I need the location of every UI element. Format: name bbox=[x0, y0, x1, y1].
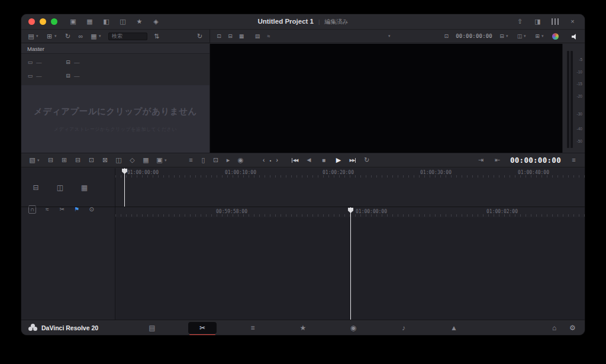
sync-bin-icon[interactable]: ◫ bbox=[56, 183, 64, 192]
chevron-down-icon[interactable]: ▾ bbox=[506, 34, 510, 38]
zoom-menu-icon[interactable]: ⊞ bbox=[534, 32, 540, 40]
export-share-icon[interactable]: ⇧ bbox=[516, 18, 524, 26]
minimize-window-button[interactable] bbox=[40, 18, 46, 25]
link-clips-icon[interactable]: ∞ bbox=[77, 32, 85, 40]
media-pool-panel-icon[interactable]: ▣ bbox=[69, 18, 77, 26]
upper-timeline-ruler[interactable]: 01:00:00:00 01:00:10:00 01:00:20:00 01:0… bbox=[115, 168, 585, 178]
search-input[interactable] bbox=[108, 33, 147, 40]
add-bin-icon[interactable]: ⊞ bbox=[46, 32, 53, 40]
page-tab-color[interactable]: ◉ bbox=[339, 322, 368, 334]
timeline-timecode[interactable]: 00:00:00:00 bbox=[510, 156, 561, 165]
source-overwrite-icon[interactable]: ◫ bbox=[115, 156, 123, 165]
chevron-down-icon[interactable]: ▾ bbox=[36, 34, 40, 38]
page-tab-deliver[interactable]: ▲ bbox=[440, 322, 468, 334]
source-tape-icon[interactable]: ⊟ bbox=[227, 32, 233, 40]
source-tape-view-icon[interactable]: ⊟ bbox=[32, 183, 40, 192]
timeline-view-tools: ⊟ ◫ ▦ bbox=[21, 168, 115, 192]
page-tab-edit[interactable]: ≡ bbox=[238, 322, 267, 334]
page-tab-fairlight[interactable]: ♪ bbox=[389, 322, 418, 334]
settings-gear-icon[interactable]: ⚙ bbox=[569, 324, 576, 332]
fusion-page-icon: ★ bbox=[299, 324, 307, 332]
sync-clips-icon[interactable]: ↻ bbox=[64, 32, 72, 40]
film-strip-icon[interactable]: ▤ bbox=[254, 32, 260, 40]
project-title: Untitled Project 1 bbox=[257, 18, 314, 25]
metadata-panel-icon[interactable]: ◫ bbox=[119, 18, 127, 26]
chevron-down-icon[interactable]: ▾ bbox=[99, 34, 103, 38]
color-wheel-icon[interactable] bbox=[552, 33, 559, 40]
ruler-tick: 00:59:58:00 bbox=[216, 209, 247, 214]
home-icon[interactable]: ⌂ bbox=[550, 324, 558, 332]
layout-presets-icon[interactable]: ◨ bbox=[534, 18, 541, 26]
zoom-window-button[interactable] bbox=[51, 18, 57, 25]
bin-list-view-icon[interactable]: ▤ bbox=[27, 32, 35, 40]
source-clip-icon[interactable]: ⊡ bbox=[216, 32, 222, 40]
quick-settings-icon[interactable]: × bbox=[569, 18, 576, 26]
clip-options-icon[interactable]: ▧ bbox=[28, 156, 36, 165]
timeline-view-icon[interactable]: ▦ bbox=[238, 32, 244, 40]
meta-duration-value: — bbox=[74, 59, 80, 66]
page-tab-media[interactable]: ▤ bbox=[138, 322, 166, 334]
previous-edit-icon[interactable]: ‹ bbox=[263, 157, 265, 163]
append-icon[interactable]: ⊞ bbox=[60, 156, 68, 165]
effects-icon[interactable]: ▦ bbox=[142, 156, 150, 165]
empty-state-hint: メディアストレージからクリップを追加してください bbox=[54, 126, 177, 133]
play-around-icon[interactable]: ● bbox=[269, 159, 271, 162]
project-status: 編集済み bbox=[324, 18, 348, 26]
upper-playhead[interactable] bbox=[124, 168, 125, 207]
thumbnail-view-icon[interactable]: ▦ bbox=[90, 32, 98, 40]
app-name: DaVinci Resolve 20 bbox=[41, 324, 98, 331]
jump-to-in-icon[interactable]: ⇤ bbox=[494, 156, 501, 165]
multicam-icon[interactable]: ◫ bbox=[517, 32, 523, 40]
step-back-icon[interactable]: ◀ bbox=[305, 156, 313, 165]
viewer-mode-dropdown-icon[interactable]: ▾ bbox=[388, 34, 392, 38]
bin-name[interactable]: Master bbox=[21, 44, 209, 54]
chevron-down-icon[interactable]: ▾ bbox=[54, 34, 59, 38]
chevron-down-icon[interactable]: ▾ bbox=[37, 158, 41, 163]
loop-icon[interactable]: ↻ bbox=[363, 156, 370, 165]
place-on-top-icon[interactable]: ⊠ bbox=[101, 156, 109, 165]
audio-waveform-icon[interactable]: ≈ bbox=[266, 32, 272, 40]
mixer-icon[interactable] bbox=[552, 18, 559, 25]
play-icon[interactable]: ▶ bbox=[335, 156, 343, 165]
viewer-timecode[interactable]: 00:00:00:00 bbox=[456, 33, 492, 39]
skip-to-end-icon[interactable]: ▶▶ bbox=[350, 158, 356, 163]
refresh-icon[interactable]: ↻ bbox=[196, 32, 204, 40]
chevron-down-icon[interactable]: ▾ bbox=[541, 34, 546, 38]
transition-icon[interactable]: ◇ bbox=[128, 156, 136, 165]
clean-feed-icon[interactable]: ◧ bbox=[102, 18, 110, 26]
viewer[interactable] bbox=[210, 44, 562, 153]
timeline-options-menu-icon[interactable]: ≡ bbox=[570, 156, 578, 165]
inspector-icon[interactable]: ◈ bbox=[152, 18, 160, 26]
ai-tools-icon[interactable]: ★ bbox=[136, 18, 143, 26]
skip-to-start-icon[interactable]: ◀◀ bbox=[292, 158, 298, 163]
speaker-icon[interactable] bbox=[572, 34, 578, 40]
lower-playhead[interactable] bbox=[350, 207, 351, 320]
meta-format-value: — bbox=[74, 73, 80, 79]
stop-icon[interactable]: ■ bbox=[320, 156, 328, 165]
fast-review-icon[interactable]: ▦ bbox=[80, 183, 88, 192]
dual-viewer-icon[interactable]: ▦ bbox=[86, 18, 94, 26]
monitor-overlay-icon[interactable]: ⊟ bbox=[499, 32, 505, 40]
scopes-icon[interactable]: ◉ bbox=[237, 156, 244, 165]
grab-still-icon[interactable]: ⊡ bbox=[212, 156, 220, 165]
tools-menu-icon[interactable]: ▣ bbox=[156, 156, 163, 165]
sort-order-icon[interactable]: ⇅ bbox=[153, 32, 160, 40]
speed-controls-icon[interactable]: ▸ bbox=[224, 156, 232, 165]
close-window-button[interactable] bbox=[28, 18, 35, 25]
mixer-tools-icon[interactable]: ≡ bbox=[187, 156, 195, 165]
next-edit-icon[interactable]: › bbox=[276, 157, 278, 163]
chevron-down-icon[interactable]: ▾ bbox=[165, 158, 169, 163]
chevron-down-icon[interactable]: ▾ bbox=[524, 34, 528, 38]
page-tab-cut[interactable]: ✂ bbox=[188, 322, 217, 334]
ripple-overwrite-icon[interactable]: ⊟ bbox=[74, 156, 82, 165]
smart-insert-icon[interactable]: ⊟ bbox=[47, 156, 54, 165]
jump-to-out-icon[interactable]: ⇥ bbox=[477, 156, 485, 165]
close-up-icon[interactable]: ⊡ bbox=[88, 156, 95, 165]
page-tab-fusion[interactable]: ★ bbox=[289, 322, 317, 334]
edit-tools: ⊟ ⊞ ⊟ ⊡ ⊠ ◫ ◇ ▦ ▣ ▾ bbox=[47, 156, 169, 165]
meta-clips: ▭ — bbox=[27, 58, 65, 66]
voiceover-mic-icon[interactable]: ▯ bbox=[199, 156, 207, 165]
camera-icon[interactable]: ⊡ bbox=[443, 32, 449, 40]
meta-timelines-value: — bbox=[36, 73, 42, 79]
ruler-tick: 01:00:20:00 bbox=[323, 170, 354, 175]
